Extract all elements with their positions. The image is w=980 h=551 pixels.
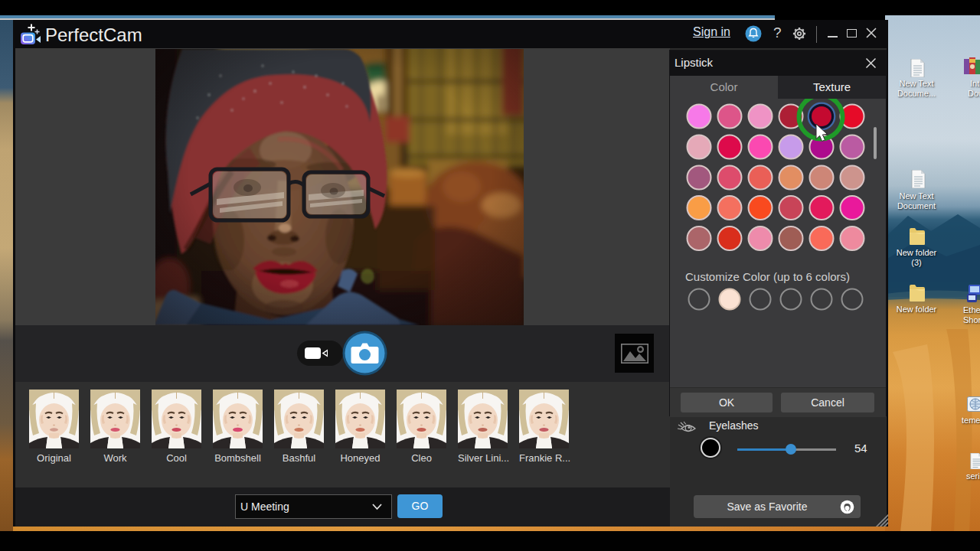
svg-text:Customize Color (up to 6 color: Customize Color (up to 6 colors) <box>685 270 850 283</box>
